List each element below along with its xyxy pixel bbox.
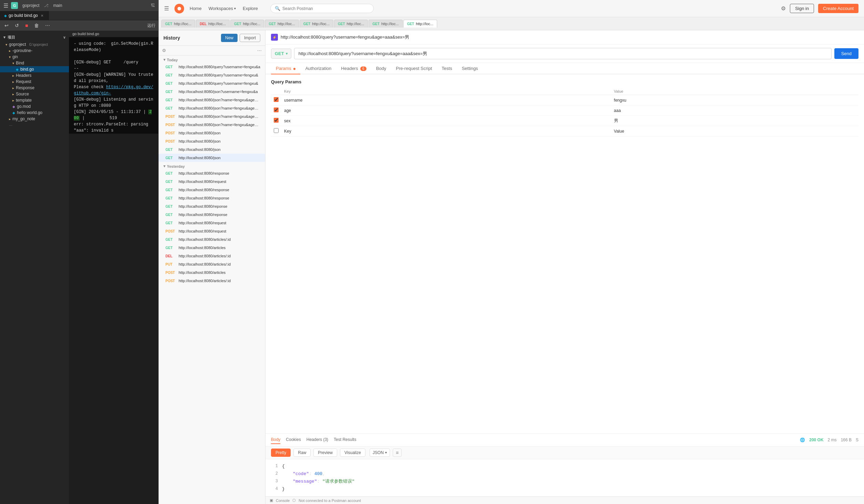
param-key-empty[interactable]: Key [281, 126, 611, 136]
terminal-link[interactable]: https://pkg.go.dev/github.com/gin- [74, 85, 153, 96]
console-label[interactable]: Console [276, 498, 290, 503]
history-item[interactable]: DEL http://localhost:8080/articles/:id [159, 252, 265, 260]
import-button[interactable]: Import [240, 34, 260, 42]
visualize-btn[interactable]: Visualize [340, 449, 365, 457]
tree-item-gomod[interactable]: ◆ go.mod [0, 103, 69, 110]
method-selector[interactable]: GET ▾ [271, 49, 291, 59]
pm-tab-8[interactable]: GET http://loc... [403, 20, 437, 28]
history-item[interactable]: GET http://localhost:8080/json [159, 145, 265, 154]
project-selector[interactable]: goproject [21, 2, 41, 9]
param-key[interactable]: age [281, 105, 611, 116]
tree-item-more[interactable]: … [0, 122, 69, 127]
tree-item-mynote[interactable]: ▸ my_go_note [0, 116, 69, 122]
param-key[interactable]: sex [281, 116, 611, 126]
pm-tab-2[interactable]: DEL http://loc... [196, 20, 230, 28]
history-item[interactable]: GET http://localhost:8080/json?name=feng… [159, 96, 265, 104]
search-input[interactable] [282, 6, 369, 11]
history-item[interactable]: GET http://localhost:8080/query?username… [159, 71, 265, 79]
new-button[interactable]: New [221, 34, 238, 42]
tab-body[interactable]: Body [371, 63, 391, 74]
tab-close-button[interactable]: ✕ [40, 13, 44, 18]
resp-tab-body[interactable]: Body [271, 436, 280, 444]
pretty-btn[interactable]: Pretty [271, 449, 291, 457]
history-item[interactable]: GET http://localhost:8080/reponse [159, 210, 265, 219]
hamburger-icon[interactable]: ☰ [3, 2, 8, 9]
refresh-btn[interactable]: ↺ [13, 22, 21, 29]
param-value[interactable]: aaa [611, 105, 858, 116]
param-checkbox[interactable] [274, 118, 279, 123]
pm-tab-5[interactable]: GET http://loc... [300, 20, 333, 28]
wrap-lines-btn[interactable]: ≡ [393, 449, 402, 457]
history-item[interactable]: GET http://localhost:8080/response [159, 169, 265, 177]
tree-item-bind[interactable]: ▾ Bind [0, 60, 69, 66]
workspaces-link[interactable]: Workspaces ▾ [209, 6, 236, 11]
tree-item-goproject[interactable]: ▾ goproject G:\goproject [0, 41, 69, 48]
sign-in-button[interactable]: Sign in [790, 4, 814, 13]
history-item[interactable]: POST http://localhost:8080/request [159, 227, 265, 235]
terminal-area[interactable]: - using code: gin.SetMode(gin.ReleaseMod… [69, 37, 158, 134]
history-item[interactable]: GET http://localhost:8080/json?name=feng… [159, 104, 265, 112]
file-tree-header[interactable]: ▾ 项目 ∨ [0, 33, 69, 41]
param-value[interactable]: 男 [611, 116, 858, 126]
tree-item-bindgo[interactable]: ◆ bind.go [0, 66, 69, 72]
history-item[interactable]: GET http://localhost:8080/query?username… [159, 63, 265, 71]
yesterday-group-header[interactable]: ▾ Yesterday [159, 162, 265, 169]
tree-item-gin[interactable]: ▾ gin [0, 54, 69, 60]
tree-item-response[interactable]: ▸ Response [0, 85, 69, 91]
branch-selector[interactable]: main [51, 2, 64, 9]
history-item[interactable]: GET http://localhost:8080/json?username=… [159, 88, 265, 96]
pm-tab-6[interactable]: GET http://loc... [334, 20, 368, 28]
history-item[interactable]: GET http://localhost:8080/request [159, 177, 265, 186]
tab-tests[interactable]: Tests [437, 63, 457, 74]
tree-item-request[interactable]: ▸ Request [0, 79, 69, 85]
tree-item-source[interactable]: ▸ Source [0, 91, 69, 97]
resp-tab-test-results[interactable]: Test Results [334, 436, 356, 444]
tab-prerequest[interactable]: Pre-request Script [391, 63, 437, 74]
more-options-icon[interactable]: ⋯ [257, 48, 262, 53]
home-link[interactable]: Home [190, 6, 202, 11]
preview-btn[interactable]: Preview [313, 449, 337, 457]
param-key[interactable]: username [281, 95, 611, 105]
resp-tab-headers[interactable]: Headers (3) [307, 436, 328, 444]
param-checkbox[interactable] [274, 107, 279, 112]
tree-item-goroutine[interactable]: ▸ -goroutine- [0, 48, 69, 54]
pm-tab-7[interactable]: GET http://loc... [369, 20, 402, 28]
history-item[interactable]: GET http://localhost:8080/request [159, 219, 265, 227]
pm-tab-3[interactable]: GET http://loc... [230, 20, 264, 28]
filter-icon[interactable]: ⚙ [162, 48, 166, 53]
raw-btn[interactable]: Raw [293, 449, 311, 457]
param-checkbox[interactable] [274, 128, 279, 133]
pm-tab-4[interactable]: GET http://loc... [265, 20, 299, 28]
history-item[interactable]: PUT http://localhost:8080/articles/:id [159, 260, 265, 268]
history-item[interactable]: GET http://localhost:8080/query?username… [159, 79, 265, 88]
param-checkbox[interactable] [274, 97, 279, 102]
trash-btn[interactable]: 🗑 [32, 22, 41, 29]
ide-tab-build[interactable]: ◆ go build bind.go ✕ [0, 11, 49, 20]
more-btn[interactable]: ⋯ [43, 22, 52, 29]
history-item[interactable]: POST http://localhost:8080/json?name=fen… [159, 112, 265, 121]
postman-menu-icon[interactable]: ☰ [164, 5, 169, 12]
stop-btn[interactable]: ■ [23, 22, 30, 29]
create-account-button[interactable]: Create Account [818, 4, 858, 13]
today-group-header[interactable]: ▾ Today [159, 55, 265, 63]
explore-link[interactable]: Explore [243, 6, 258, 11]
param-value-empty[interactable]: Value [611, 126, 858, 136]
history-item-active[interactable]: GET http://localhost:8080/json + 🗑 [159, 154, 265, 162]
postman-search[interactable]: 🔍 [270, 4, 374, 13]
back-btn[interactable]: ↩ [3, 22, 10, 29]
history-item[interactable]: GET http://localhost:8080/articles/:id [159, 235, 265, 244]
param-value[interactable]: fengxu [611, 95, 858, 105]
tab-authorization[interactable]: Authorization [300, 63, 336, 74]
tree-item-headers[interactable]: ▸ Headers [0, 72, 69, 79]
tab-params[interactable]: Params [271, 63, 300, 74]
send-button[interactable]: Send [834, 48, 858, 59]
tab-settings[interactable]: Settings [457, 63, 483, 74]
pm-tab-1[interactable]: GET http://loc... [161, 20, 195, 28]
format-selector[interactable]: JSON ▾ [370, 449, 390, 457]
settings-icon[interactable]: ⚙ [781, 5, 786, 12]
history-item[interactable]: GET http://localhost:8080/articles [159, 244, 265, 252]
history-item[interactable]: GET http://localhost:8080/reponse [159, 202, 265, 210]
history-item[interactable]: POST http://localhost:8080/json [159, 129, 265, 137]
history-item[interactable]: POST http://localhost:8080/json?name=fen… [159, 121, 265, 129]
history-item[interactable]: GET http://localhost:8080/response [159, 194, 265, 202]
